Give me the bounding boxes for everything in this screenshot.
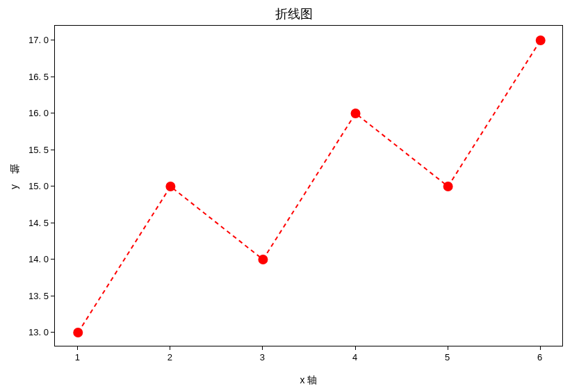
x-tick-label: 3 (260, 352, 265, 362)
x-tick-mark (262, 346, 263, 350)
x-tick-mark (355, 346, 356, 350)
y-tick-mark (51, 77, 54, 77)
x-axis-label: x 轴 (54, 374, 563, 387)
data-point (258, 255, 268, 264)
y-tick-label: 13. 0 (28, 327, 49, 337)
y-tick-label: 14. 5 (28, 217, 49, 228)
x-tick-mark (77, 346, 78, 350)
y-tick-label: 15. 5 (28, 144, 49, 154)
y-tick-label: 17. 0 (28, 35, 49, 45)
data-line (78, 40, 540, 333)
x-tick-label: 1 (75, 352, 80, 362)
x-tick-mark (170, 346, 170, 350)
plot-area (54, 25, 563, 346)
x-tick-mark (540, 346, 541, 350)
chart-container: 折线图 y 轴 x 轴 12345613. 013. 514. 014. 515… (0, 6, 588, 390)
y-tick-label: 15. 0 (28, 181, 49, 191)
y-tick-label: 16. 0 (28, 108, 49, 118)
x-tick-label: 5 (445, 352, 450, 362)
x-tick-label: 2 (168, 352, 172, 362)
y-tick-mark (51, 296, 54, 296)
data-point (536, 35, 546, 45)
y-tick-label: 13. 5 (28, 290, 49, 301)
chart-title: 折线图 (0, 6, 588, 22)
data-point (351, 109, 361, 118)
y-tick-mark (51, 40, 54, 40)
y-tick-mark (51, 332, 54, 333)
y-tick-label: 16. 5 (28, 71, 49, 81)
y-axis-label: y 轴 (7, 25, 21, 346)
data-point (443, 182, 453, 191)
y-tick-label: 14. 0 (28, 254, 49, 264)
x-tick-label: 6 (537, 352, 542, 362)
y-tick-mark (51, 113, 54, 113)
data-point (165, 182, 175, 191)
y-tick-mark (51, 186, 54, 186)
y-tick-mark (51, 223, 54, 223)
x-tick-mark (448, 346, 448, 350)
data-point (73, 328, 83, 337)
y-tick-mark (51, 150, 54, 150)
line-plot-svg (55, 26, 562, 346)
x-tick-label: 4 (352, 352, 357, 362)
y-tick-mark (51, 259, 54, 260)
